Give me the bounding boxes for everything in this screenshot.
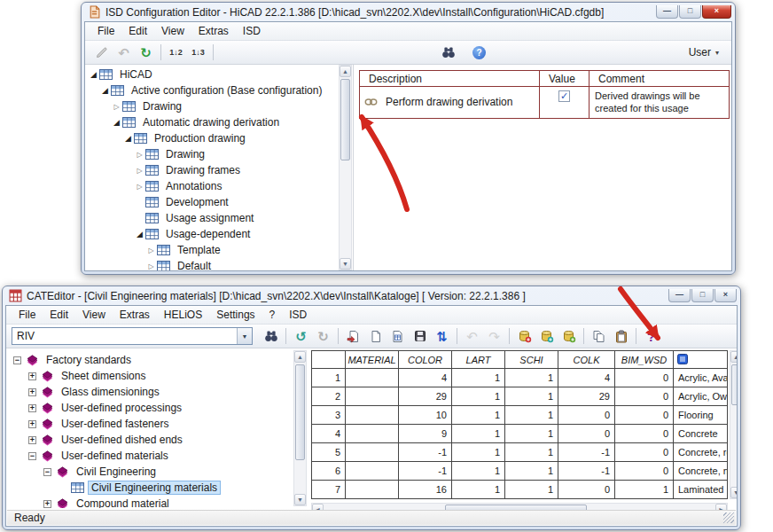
- undo-icon[interactable]: ↶: [462, 326, 482, 347]
- collapse-box-icon[interactable]: −: [43, 468, 51, 476]
- search-combo-value[interactable]: RIV: [12, 330, 237, 342]
- menu-item-extras[interactable]: Extras: [113, 307, 157, 323]
- tree-item-production-drawing[interactable]: ◢Production drawing: [87, 130, 337, 146]
- expand-box-icon[interactable]: +: [28, 436, 36, 444]
- navigate-back-icon[interactable]: ↺: [291, 326, 311, 347]
- cell[interactable]: 1: [452, 387, 505, 405]
- menu-item-helios[interactable]: HELiOS: [157, 307, 209, 323]
- table-row[interactable]: 491100Concrete: [312, 425, 727, 443]
- cell[interactable]: [346, 406, 399, 424]
- tree-item-development[interactable]: Development: [87, 194, 337, 210]
- cell[interactable]: 1: [452, 369, 505, 387]
- minimize-button[interactable]: —: [656, 5, 678, 19]
- add-catalog-red-icon[interactable]: [514, 326, 535, 347]
- search-combobox[interactable]: RIV ▼: [12, 327, 253, 345]
- tree-vertical-scrollbar[interactable]: ▲ ▼: [293, 350, 307, 506]
- cell[interactable]: 1: [452, 462, 505, 480]
- tree-item-automatic-drawing-derivation[interactable]: ◢Automatic drawing derivation: [87, 114, 337, 130]
- cell[interactable]: 29: [399, 387, 452, 405]
- scrollbar-thumb[interactable]: [295, 364, 305, 460]
- expand-arrow-icon[interactable]: ▷: [135, 183, 144, 191]
- refresh-icon[interactable]: ↻: [136, 43, 156, 63]
- cell[interactable]: Concrete: [674, 425, 728, 442]
- cell[interactable]: [346, 369, 399, 387]
- expand-arrow-icon[interactable]: ▷: [146, 262, 156, 270]
- cell[interactable]: 1: [505, 425, 558, 442]
- user-profile-dropdown[interactable]: User ▾: [682, 44, 726, 60]
- cell[interactable]: -1: [399, 462, 452, 480]
- cell[interactable]: 1: [505, 462, 558, 480]
- column-header-colk[interactable]: COLK: [558, 351, 615, 368]
- table-row[interactable]: 5-111-10Concrete, re: [312, 443, 727, 462]
- column-header-designation[interactable]: [674, 351, 728, 368]
- collapse-arrow-icon[interactable]: ◢: [123, 134, 133, 143]
- cell[interactable]: Acrylic, Own: [674, 387, 728, 405]
- cell[interactable]: 16: [399, 481, 452, 498]
- expand-arrow-icon[interactable]: ▷: [135, 151, 144, 159]
- expand-box-icon[interactable]: +: [28, 388, 36, 396]
- tree-item-user-defined-fasteners[interactable]: +User-defined fasteners: [10, 416, 292, 432]
- cell[interactable]: 0: [615, 369, 674, 387]
- cell[interactable]: 1: [505, 443, 558, 461]
- cell[interactable]: Flooring: [674, 406, 728, 424]
- menu-item-view[interactable]: View: [75, 307, 113, 323]
- cell[interactable]: 1: [452, 425, 505, 442]
- find-binoculars-icon[interactable]: [261, 326, 281, 347]
- menu-item-[interactable]: ?: [262, 307, 283, 323]
- column-header-bim-wsd[interactable]: BIM_WSD: [615, 351, 674, 368]
- find-binoculars-icon[interactable]: [438, 43, 458, 63]
- tree-item-glass-dimensionings[interactable]: +Glass dimensionings: [10, 384, 292, 400]
- table-row[interactable]: 22911290Acrylic, Own: [312, 387, 727, 406]
- cell[interactable]: 9: [399, 425, 452, 442]
- cell[interactable]: Acrylic, Avai: [674, 369, 728, 387]
- cell[interactable]: -1: [558, 462, 615, 480]
- collapse-arrow-icon[interactable]: ◢: [112, 118, 121, 127]
- column-header-description[interactable]: Description: [359, 71, 540, 86]
- collapse-arrow-icon[interactable]: ◢: [135, 230, 144, 239]
- menu-item-file[interactable]: File: [12, 307, 43, 323]
- table-row[interactable]: 6-111-10Concrete, nc: [312, 462, 727, 481]
- cell[interactable]: Concrete, nc: [674, 462, 728, 480]
- scroll-up-icon[interactable]: ▲: [294, 351, 306, 363]
- tree-item-usage-dependent[interactable]: ◢Usage-dependent: [87, 226, 337, 242]
- scroll-up-icon[interactable]: ▲: [340, 66, 351, 77]
- tree-item-factory-standards[interactable]: −Factory standards: [10, 352, 292, 368]
- cell[interactable]: 0: [615, 425, 674, 442]
- tree-item-user-defined-processings[interactable]: +User-defined processings: [10, 400, 292, 416]
- cell[interactable]: 4: [399, 369, 452, 387]
- cell[interactable]: 0: [615, 462, 674, 480]
- cell[interactable]: 1: [505, 387, 558, 405]
- column-header-schi[interactable]: SCHI: [505, 351, 558, 368]
- maximize-button[interactable]: □: [691, 289, 714, 302]
- collapse-box-icon[interactable]: −: [28, 452, 36, 460]
- tree-item-annotations[interactable]: ▷Annotations: [87, 178, 337, 194]
- tree-item-user-defined-dished-ends[interactable]: +User-defined dished ends: [10, 432, 292, 448]
- edit-pencil-icon[interactable]: [91, 43, 112, 63]
- cell[interactable]: 10: [399, 406, 452, 424]
- close-button[interactable]: ×: [714, 289, 737, 302]
- sort-icon[interactable]: ⇅: [432, 326, 452, 347]
- column-header-value[interactable]: Value: [540, 71, 590, 86]
- table-overview-icon[interactable]: [387, 326, 408, 347]
- cell[interactable]: Concrete, re: [674, 443, 728, 461]
- scroll-up-icon[interactable]: ▲: [730, 351, 738, 363]
- value-checkbox[interactable]: ✓: [558, 90, 570, 102]
- cell[interactable]: 1: [505, 481, 558, 498]
- expand-to-level-2-icon[interactable]: 1↓2: [166, 43, 186, 63]
- add-catalog-teal-icon[interactable]: [536, 326, 557, 347]
- table-row[interactable]: 141140Acrylic, Avai: [312, 369, 727, 387]
- help-icon[interactable]: ?: [469, 43, 489, 63]
- cell[interactable]: 0: [615, 406, 674, 424]
- scrollbar-thumb[interactable]: [340, 79, 350, 160]
- expand-box-icon[interactable]: +: [28, 420, 36, 428]
- menu-item-edit[interactable]: Edit: [43, 307, 75, 323]
- paste-icon[interactable]: [611, 326, 631, 347]
- scrollbar-thumb[interactable]: [731, 364, 738, 405]
- table-row[interactable]: 3101100Flooring: [312, 406, 727, 425]
- maximize-button[interactable]: □: [679, 5, 701, 19]
- titlebar[interactable]: CATEditor - [Civil Engineering materials…: [3, 286, 740, 305]
- column-header-comment[interactable]: Comment: [590, 71, 730, 86]
- cell[interactable]: 0: [615, 443, 674, 461]
- table-vertical-scrollbar[interactable]: ▲ ▼: [730, 350, 738, 499]
- column-header-material[interactable]: MATERIAL: [346, 351, 399, 368]
